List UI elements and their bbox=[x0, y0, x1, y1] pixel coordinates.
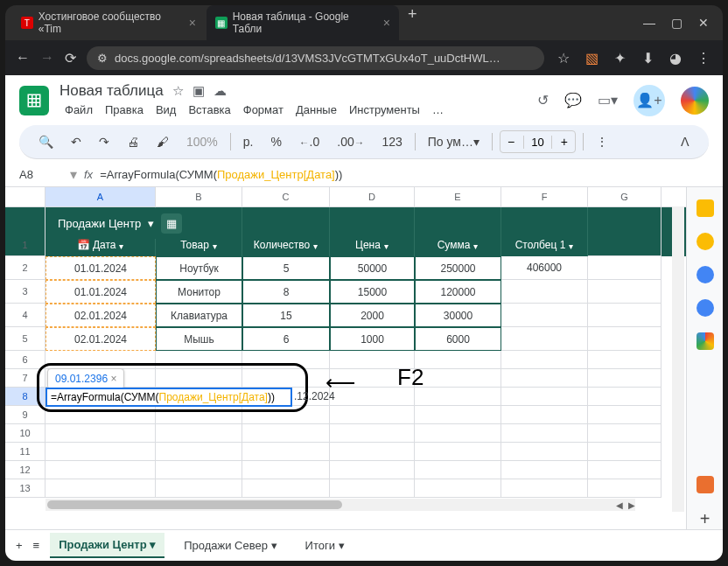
sheet-tab-2[interactable]: Итоги ▾ bbox=[297, 534, 354, 557]
undo-button[interactable]: ↶ bbox=[66, 131, 87, 152]
empty-cell[interactable] bbox=[242, 461, 330, 479]
close-icon[interactable]: × bbox=[383, 16, 390, 30]
empty-cell[interactable] bbox=[501, 461, 588, 479]
empty-cell[interactable] bbox=[415, 461, 501, 479]
number-format-button[interactable]: 123 bbox=[376, 131, 407, 152]
empty-cell[interactable] bbox=[415, 369, 501, 388]
empty-cell[interactable] bbox=[156, 369, 242, 388]
empty-cell[interactable] bbox=[46, 424, 156, 443]
table-cell[interactable] bbox=[501, 304, 588, 327]
empty-cell[interactable] bbox=[242, 424, 330, 443]
table-cell[interactable]: 5 bbox=[242, 256, 330, 280]
history-icon[interactable]: ↺ bbox=[537, 92, 549, 108]
cloud-icon[interactable]: ☁ bbox=[214, 83, 227, 99]
empty-cell[interactable] bbox=[415, 479, 501, 498]
table-cell[interactable]: Мышь bbox=[156, 327, 242, 351]
column-header[interactable]: G bbox=[588, 187, 662, 206]
empty-cell[interactable] bbox=[415, 351, 501, 369]
row-header[interactable]: 6 bbox=[5, 351, 46, 369]
menu-icon[interactable]: ⋮ bbox=[695, 49, 712, 66]
star-icon[interactable]: ☆ bbox=[172, 83, 184, 99]
empty-cell[interactable] bbox=[588, 406, 662, 424]
row-header[interactable]: 10 bbox=[5, 424, 46, 443]
row-header[interactable]: 5 bbox=[5, 327, 46, 351]
menu-file[interactable]: Файл bbox=[60, 101, 98, 118]
empty-cell[interactable] bbox=[415, 443, 501, 461]
formula-input[interactable]: =ArrayFormula(СУММ(Продажи_Центр[Дата])) bbox=[100, 168, 342, 181]
menu-insert[interactable]: Вставка bbox=[183, 101, 235, 118]
empty-cell[interactable] bbox=[415, 406, 501, 424]
vertical-scrollbar[interactable] bbox=[672, 206, 684, 512]
select-all-corner[interactable] bbox=[5, 187, 46, 206]
download-icon[interactable]: ⬇ bbox=[639, 49, 656, 66]
table-cell[interactable]: 6 bbox=[242, 327, 330, 351]
back-button[interactable]: ← bbox=[16, 50, 30, 66]
table-cell[interactable]: Монитор bbox=[156, 280, 242, 304]
row-header[interactable]: 11 bbox=[5, 443, 46, 461]
menu-tools[interactable]: Инструменты bbox=[344, 101, 425, 118]
close-icon[interactable]: ✕ bbox=[698, 16, 709, 30]
empty-cell[interactable] bbox=[588, 424, 662, 443]
browser-tab-0[interactable]: T Хостинговое сообщество «Tim × bbox=[12, 5, 205, 40]
menu-view[interactable]: Вид bbox=[150, 101, 182, 118]
empty-cell[interactable] bbox=[330, 443, 415, 461]
add-addon-button[interactable]: + bbox=[700, 509, 710, 529]
table-cell[interactable]: 8 bbox=[242, 280, 330, 304]
empty-cell[interactable] bbox=[588, 479, 662, 498]
table-cell[interactable]: 6000 bbox=[415, 327, 501, 351]
empty-cell[interactable] bbox=[156, 479, 242, 498]
addon-icon[interactable] bbox=[696, 476, 714, 493]
font-size-value[interactable]: 10 bbox=[523, 136, 551, 149]
empty-cell[interactable] bbox=[242, 479, 330, 498]
empty-cell[interactable] bbox=[330, 461, 415, 479]
more-tools-button[interactable]: ⋮ bbox=[591, 131, 613, 152]
cell-editor[interactable]: =ArrayFormula(СУММ(Продажи_Центр[Дата])) bbox=[46, 388, 292, 407]
decrease-decimal-button[interactable]: ←.0 bbox=[294, 131, 325, 152]
reload-button[interactable]: ⟳ bbox=[65, 50, 76, 66]
table-header-cell[interactable]: Столбец 1 ▾ bbox=[501, 207, 588, 256]
empty-cell[interactable] bbox=[330, 424, 415, 443]
empty-cell[interactable] bbox=[501, 479, 588, 498]
redo-button[interactable]: ↷ bbox=[94, 131, 115, 152]
table-header-cell[interactable]: Количество ▾ bbox=[242, 207, 330, 256]
column-header[interactable]: C bbox=[242, 187, 330, 206]
table-cell[interactable]: 2000 bbox=[330, 304, 415, 327]
table-cell[interactable]: 01.01.2024 bbox=[46, 256, 156, 280]
empty-cell[interactable] bbox=[588, 461, 662, 479]
empty-cell[interactable] bbox=[501, 351, 588, 369]
maps-icon[interactable] bbox=[696, 332, 714, 350]
table-cell[interactable]: 1000 bbox=[330, 327, 415, 351]
table-cell[interactable]: 02.01.2024 bbox=[46, 327, 156, 351]
increase-font-button[interactable]: + bbox=[556, 133, 573, 150]
autocomplete-suggestion[interactable]: 09.01.2396 × bbox=[47, 368, 124, 389]
table-cell[interactable]: 30000 bbox=[415, 304, 501, 327]
print-button[interactable]: 🖨 bbox=[122, 131, 144, 152]
table-cell[interactable] bbox=[501, 280, 588, 304]
empty-cell[interactable] bbox=[46, 461, 156, 479]
star-icon[interactable]: ☆ bbox=[555, 49, 572, 66]
table-cell[interactable]: 50000 bbox=[330, 256, 415, 280]
table-cell[interactable]: 120000 bbox=[415, 280, 501, 304]
contacts-icon[interactable] bbox=[696, 299, 714, 317]
table-cell[interactable]: 15 bbox=[242, 304, 330, 327]
table-cell[interactable]: 02.01.2024 bbox=[46, 304, 156, 327]
close-icon[interactable]: × bbox=[189, 16, 196, 30]
empty-cell[interactable] bbox=[588, 351, 662, 369]
row-header[interactable]: 8 bbox=[5, 388, 46, 406]
empty-cell[interactable] bbox=[588, 443, 662, 461]
table-view-icon[interactable]: ▦ bbox=[161, 213, 182, 234]
tasks-icon[interactable] bbox=[696, 266, 714, 283]
column-header[interactable]: E bbox=[415, 187, 501, 206]
comment-icon[interactable]: 💬 bbox=[564, 92, 582, 108]
forward-button[interactable]: → bbox=[40, 50, 54, 66]
empty-cell[interactable] bbox=[242, 443, 330, 461]
spreadsheet-grid[interactable]: ABCDEFG Продажи Центр▾ ▦ 1📅 Дата ▾Товар … bbox=[5, 187, 686, 529]
empty-cell[interactable] bbox=[156, 406, 242, 424]
menu-data[interactable]: Данные bbox=[290, 101, 342, 118]
row-header[interactable]: 1 bbox=[5, 207, 46, 256]
increase-decimal-button[interactable]: .00→ bbox=[332, 131, 369, 152]
calendar-icon[interactable] bbox=[696, 199, 714, 217]
meet-icon[interactable]: ▭▾ bbox=[598, 92, 618, 108]
keep-icon[interactable] bbox=[696, 233, 714, 250]
empty-cell[interactable] bbox=[242, 369, 330, 388]
